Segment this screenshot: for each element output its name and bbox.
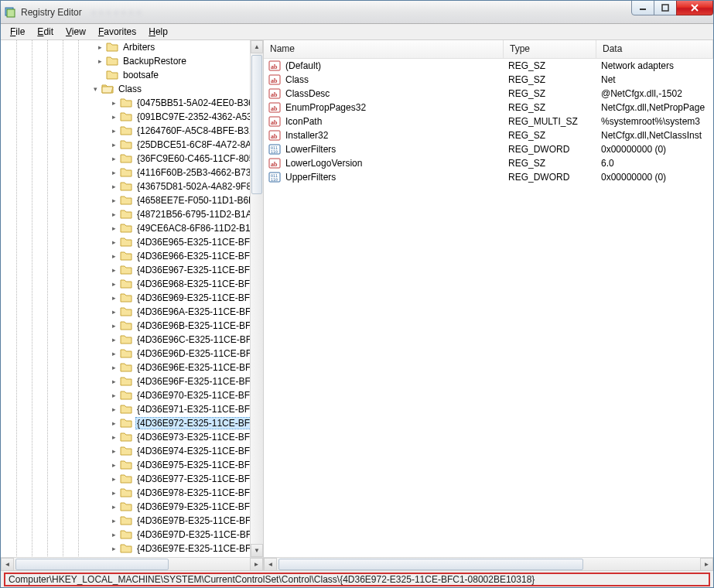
scroll-thumb[interactable] bbox=[251, 55, 262, 194]
scroll-thumb[interactable] bbox=[15, 559, 169, 570]
tree-vertical-scrollbar[interactable]: ▲ ▼ bbox=[250, 40, 263, 557]
tree-expander-icon[interactable]: ▸ bbox=[109, 224, 118, 233]
column-header-name[interactable]: Name bbox=[264, 40, 504, 58]
tree-item-guid[interactable]: ▸ {1264760F-A5C8-4BFE-B314-D bbox=[1, 124, 263, 138]
tree-expander-icon[interactable]: ▾ bbox=[91, 84, 100, 94]
value-row[interactable]: ab IconPath REG_MULTI_SZ %systemroot%\sy… bbox=[264, 115, 713, 128]
tree-item-guid[interactable]: ▸ {4D36E97E-E325-11CE-BFC1-0 bbox=[1, 542, 263, 556]
tree-item-guid[interactable]: ▸ {4658EE7E-F050-11D1-B6BD-0 bbox=[1, 193, 263, 207]
tree-item-guid[interactable]: ▸ {4D36E966-E325-11CE-BFC1-0 bbox=[1, 249, 263, 263]
tree-expander-icon[interactable]: ▸ bbox=[109, 112, 118, 121]
tree-item-guid[interactable]: ▸ {4D36E97D-E325-11CE-BFC1-0 bbox=[1, 528, 263, 542]
tree-expander-icon[interactable]: ▸ bbox=[109, 196, 118, 205]
tree-item-guid[interactable]: ▸ {4D36E96A-E325-11CE-BFC1-0 bbox=[1, 305, 263, 319]
tree-item-guid[interactable]: ▸ {4D36E970-E325-11CE-BFC1-0 bbox=[1, 388, 263, 402]
tree-item-guid[interactable]: ▸ {4D36E967-E325-11CE-BFC1-0 bbox=[1, 263, 263, 277]
tree-item-guid[interactable]: ▸ {4D36E979-E325-11CE-BFC1-0 bbox=[1, 500, 263, 514]
tree-expander-icon[interactable]: ▸ bbox=[109, 419, 118, 428]
value-row[interactable]: ab (Default) REG_SZ Network adapters bbox=[264, 59, 713, 73]
tree-item-guid[interactable]: ▸ {4D36E974-E325-11CE-BFC1-0 bbox=[1, 444, 263, 458]
scroll-thumb[interactable] bbox=[278, 559, 583, 570]
registry-tree[interactable]: ▸ Arbiters ▸ BackupRestore bootsafe ▾ Cl… bbox=[1, 40, 263, 557]
tree-expander-icon[interactable]: ▸ bbox=[109, 321, 118, 330]
menu-help[interactable]: Help bbox=[142, 24, 174, 39]
values-list[interactable]: ab (Default) REG_SZ Network adapters ab … bbox=[264, 59, 713, 557]
tree-item-guid[interactable]: ▸ {43675D81-502A-4A82-9F84-E bbox=[1, 179, 263, 193]
scroll-track[interactable] bbox=[14, 558, 250, 571]
tree-expander-icon[interactable]: ▸ bbox=[109, 154, 118, 163]
tree-item-guid[interactable]: ▸ {4D36E977-E325-11CE-BFC1-0 bbox=[1, 472, 263, 486]
tree-item-guid[interactable]: ▸ {4D36E96D-E325-11CE-BFC1-0 bbox=[1, 347, 263, 361]
tree-item-guid[interactable]: ▸ {4D36E978-E325-11CE-BFC1-0 bbox=[1, 486, 263, 500]
tree-expander-icon[interactable]: ▸ bbox=[109, 391, 118, 400]
tree-item-guid[interactable]: ▸ {4D36E975-E325-11CE-BFC1-0 bbox=[1, 458, 263, 472]
tree-item-guid[interactable]: ▸ {4D36E968-E325-11CE-BFC1-0 bbox=[1, 277, 263, 291]
tree-item-guid[interactable]: ▸ {4D36E97B-E325-11CE-BFC1-0 bbox=[1, 514, 263, 528]
tree-item-guid[interactable]: ▸ {0475BB51-5A02-4EE0-B36C-2 bbox=[1, 96, 263, 110]
tree-expander-icon[interactable]: ▸ bbox=[109, 405, 118, 414]
tree-expander-icon[interactable]: ▸ bbox=[109, 432, 118, 442]
tree-expander-icon[interactable]: ▸ bbox=[109, 307, 118, 316]
tree-expander-icon[interactable]: ▸ bbox=[109, 474, 118, 484]
tree-item-guid[interactable]: ▸ {4D36E96B-E325-11CE-BFC1-0 bbox=[1, 319, 263, 333]
tree-item-guid[interactable]: ▸ {25DBCE51-6C8F-4A72-8A6D- bbox=[1, 138, 263, 152]
scroll-right-icon[interactable]: ► bbox=[250, 558, 263, 571]
scroll-track[interactable] bbox=[277, 558, 700, 571]
tree-item[interactable]: bootsafe bbox=[1, 68, 263, 82]
scroll-down-icon[interactable]: ▼ bbox=[251, 544, 263, 557]
tree-expander-icon[interactable]: ▸ bbox=[109, 446, 118, 456]
tree-item-guid[interactable]: ▸ {49CE6AC8-6F86-11D2-B1E5-0 bbox=[1, 221, 263, 235]
tree-item-class[interactable]: ▾ Class bbox=[1, 82, 263, 96]
scroll-up-icon[interactable]: ▲ bbox=[251, 40, 263, 53]
tree-item-guid[interactable]: ▸ {091BC97E-2352-4362-A539-1 bbox=[1, 110, 263, 124]
tree-horizontal-scrollbar[interactable]: ◄ ► bbox=[1, 557, 263, 570]
scroll-left-icon[interactable]: ◄ bbox=[264, 558, 277, 571]
menu-edit[interactable]: Edit bbox=[31, 24, 60, 39]
tree-expander-icon[interactable]: ▸ bbox=[109, 210, 118, 219]
value-row[interactable]: ab ClassDesc REG_SZ @NetCfgx.dll,-1502 bbox=[264, 87, 713, 101]
tree-expander-icon[interactable]: ▸ bbox=[95, 56, 104, 66]
menu-favorites[interactable]: Favorites bbox=[92, 24, 142, 39]
tree-item-guid[interactable]: ▸ {4D36E973-E325-11CE-BFC1-0 bbox=[1, 430, 263, 444]
tree-item-guid[interactable]: ▸ {4116F60B-25B3-4662-B732-99 bbox=[1, 166, 263, 179]
column-header-type[interactable]: Type bbox=[504, 40, 596, 58]
tree-expander-icon[interactable]: ▸ bbox=[109, 460, 118, 470]
scroll-track[interactable] bbox=[251, 53, 263, 544]
value-row[interactable]: 011 110 UpperFilters REG_DWORD 0x0000000… bbox=[264, 170, 713, 184]
value-row[interactable]: ab LowerLogoVersion REG_SZ 6.0 bbox=[264, 156, 713, 170]
tree-item-guid[interactable]: ▸ {4D36E971-E325-11CE-BFC1-0 bbox=[1, 402, 263, 416]
tree-expander-icon[interactable]: ▸ bbox=[109, 238, 118, 247]
tree-expander-icon[interactable]: ▸ bbox=[109, 182, 118, 191]
tree-item-guid[interactable]: ▸ {48721B56-6795-11D2-B1A8-0 bbox=[1, 207, 263, 221]
tree-expander-icon[interactable]: ▸ bbox=[109, 335, 118, 344]
tree-expander-icon[interactable]: ▸ bbox=[109, 488, 118, 497]
tree-expander-icon[interactable]: ▸ bbox=[109, 363, 118, 372]
menu-file[interactable]: File bbox=[4, 24, 31, 39]
tree-expander-icon[interactable]: ▸ bbox=[109, 377, 118, 386]
tree-expander-icon[interactable]: ▸ bbox=[109, 349, 118, 358]
tree-expander-icon[interactable]: ▸ bbox=[109, 516, 118, 525]
tree-item-guid[interactable]: ▸ {36FC9E60-C465-11CF-8056-4 bbox=[1, 152, 263, 166]
tree-item-guid[interactable]: ▸ {4D36E96C-E325-11CE-BFC1-0 bbox=[1, 333, 263, 347]
tree-expander-icon[interactable]: ▸ bbox=[109, 98, 118, 108]
tree-expander-icon[interactable]: ▸ bbox=[109, 251, 118, 261]
scroll-left-icon[interactable]: ◄ bbox=[1, 558, 14, 571]
maximize-button[interactable] bbox=[654, 0, 677, 15]
tree-item-guid[interactable]: ▸ {4D36E965-E325-11CE-BFC1-0 bbox=[1, 235, 263, 249]
tree-item-guid[interactable]: ▸ {4D36E96F-E325-11CE-BFC1-0 bbox=[1, 374, 263, 388]
scroll-right-icon[interactable]: ► bbox=[700, 558, 713, 571]
tree-expander-icon[interactable]: ▸ bbox=[109, 168, 118, 177]
tree-expander-icon[interactable]: ▸ bbox=[109, 279, 118, 289]
value-row[interactable]: ab Class REG_SZ Net bbox=[264, 73, 713, 87]
tree-expander-icon[interactable]: ▸ bbox=[109, 265, 118, 275]
tree-item-guid[interactable]: ▸ {4D36E96E-E325-11CE-BFC1-0 bbox=[1, 361, 263, 374]
tree-expander-icon[interactable]: ▸ bbox=[109, 140, 118, 149]
value-row[interactable]: ab Installer32 REG_SZ NetCfgx.dll,NetCla… bbox=[264, 128, 713, 142]
tree-expander-icon[interactable]: ▸ bbox=[95, 43, 104, 52]
tree-item[interactable]: ▸ BackupRestore bbox=[1, 54, 263, 68]
tree-item-guid[interactable]: ▸ {4D36E972-E325-11CE-BFC1-0 bbox=[1, 416, 263, 430]
menu-view[interactable]: View bbox=[60, 24, 92, 39]
tree-expander-icon[interactable]: ▸ bbox=[109, 544, 118, 553]
minimize-button[interactable] bbox=[631, 0, 654, 15]
tree-item-guid[interactable]: ▸ {4D36E969-E325-11CE-BFC1-0 bbox=[1, 291, 263, 305]
